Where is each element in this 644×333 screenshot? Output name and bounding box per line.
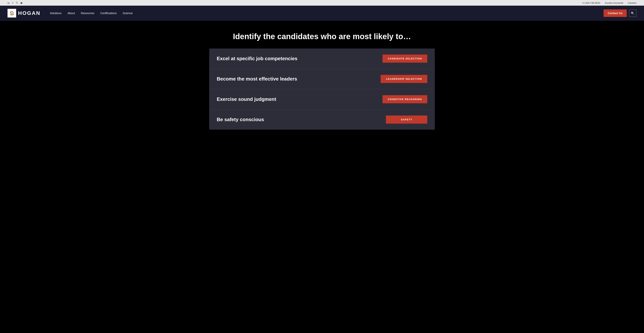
card-row-3: Exercise sound judgment COGNITIVE REASON… bbox=[209, 89, 435, 110]
nav-science[interactable]: Science bbox=[123, 12, 133, 15]
facebook-icon[interactable]: f bbox=[12, 1, 13, 5]
card-label-2: Become the most effective leaders bbox=[217, 76, 297, 82]
utility-bar: in f 𝕏 ▶ +1.918.749.0632 Access Accounts… bbox=[0, 0, 644, 6]
linkedin-icon[interactable]: in bbox=[8, 1, 10, 5]
utility-right: +1.918.749.0632 Access Accounts Careers bbox=[582, 2, 637, 4]
leadership-selection-button[interactable]: LEADERSHIP SELECTION bbox=[381, 75, 427, 83]
nav-certifications[interactable]: Certifications bbox=[100, 12, 117, 15]
nav-resources[interactable]: Resources bbox=[81, 12, 94, 15]
phone-number: +1.918.749.0632 bbox=[582, 2, 600, 4]
search-button[interactable]: 🔍 bbox=[629, 10, 636, 17]
twitter-icon[interactable]: 𝕏 bbox=[16, 1, 18, 5]
card-row-1: Excel at specific job competencies CANDI… bbox=[209, 49, 435, 69]
card-label-1: Excel at specific job competencies bbox=[217, 56, 298, 62]
access-accounts-link[interactable]: Access Accounts bbox=[605, 2, 623, 4]
card-row-4: Be safety conscious SAFETY bbox=[209, 110, 435, 130]
nav-about[interactable]: About bbox=[68, 12, 75, 15]
safety-button[interactable]: SAFETY bbox=[386, 116, 427, 124]
main-nav: 🏠 HOGAN Solutions About Resources Certif… bbox=[0, 6, 644, 21]
logo-icon: 🏠 bbox=[8, 9, 16, 18]
search-icon: 🔍 bbox=[631, 12, 634, 15]
cognitive-reasoning-button[interactable]: COGNITIVE REASONING bbox=[382, 95, 427, 103]
nav-left: 🏠 HOGAN Solutions About Resources Certif… bbox=[8, 9, 133, 18]
card-row-2: Become the most effective leaders LEADER… bbox=[209, 69, 435, 89]
logo[interactable]: 🏠 HOGAN bbox=[8, 9, 40, 18]
hero-section: Identify the candidates who are most lik… bbox=[0, 21, 644, 137]
hero-title: Identify the candidates who are most lik… bbox=[8, 32, 636, 41]
page-bottom bbox=[0, 137, 644, 148]
nav-links: Solutions About Resources Certifications… bbox=[50, 12, 133, 15]
social-icons: in f 𝕏 ▶ bbox=[8, 1, 23, 5]
candidate-selection-button[interactable]: CANDIDATE SELECTION bbox=[382, 55, 427, 63]
card-label-4: Be safety conscious bbox=[217, 117, 264, 123]
careers-link[interactable]: Careers bbox=[628, 2, 636, 4]
cards-container: Excel at specific job competencies CANDI… bbox=[209, 49, 435, 130]
card-label-3: Exercise sound judgment bbox=[217, 96, 276, 102]
nav-right: Contact Us 🔍 bbox=[604, 10, 636, 17]
logo-text: HOGAN bbox=[18, 10, 40, 16]
youtube-icon[interactable]: ▶ bbox=[21, 1, 23, 5]
nav-solutions[interactable]: Solutions bbox=[50, 12, 62, 15]
contact-us-button[interactable]: Contact Us bbox=[604, 10, 627, 17]
